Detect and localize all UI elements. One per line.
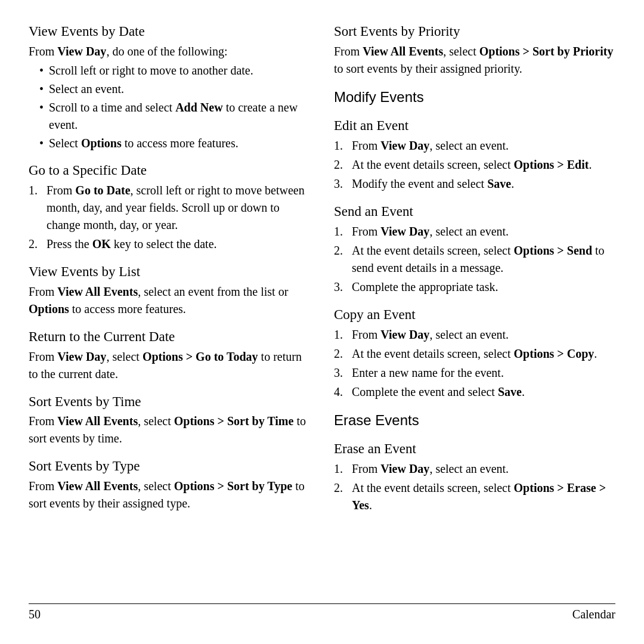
list-item: 3.Complete the appropriate task.: [334, 278, 615, 296]
section-body-view-events-date: From View Day, do one of the following:S…: [29, 43, 310, 152]
section-go-to-specific-date: Go to a Specific Date1.From Go to Date, …: [29, 162, 310, 255]
paragraph-sort-events-time: From View All Events, select Options > S…: [29, 413, 310, 447]
list-item: 1.From Go to Date, scroll left or right …: [29, 182, 310, 234]
section-intro-view-events-date: From View Day, do one of the following:: [29, 43, 310, 60]
list-item: 2.Press the OK key to select the date.: [29, 236, 310, 253]
section-erase-events: Erase Events: [334, 411, 615, 432]
section-body-return-current-date: From View Day, select Options > Go to To…: [29, 348, 310, 383]
section-body-view-events-list: From View All Events, select an event fr…: [29, 283, 310, 318]
list-number: 1.: [334, 137, 343, 154]
section-sort-events-time: Sort Events by TimeFrom View All Events,…: [29, 393, 310, 450]
list-item: Scroll to a time and select Add New to c…: [39, 99, 310, 134]
paragraph-sort-events-type: From View All Events, select Options > S…: [29, 478, 310, 512]
bullet-list-view-events-date: Scroll left or right to move to another …: [29, 62, 310, 152]
section-title-sort-events-time: Sort Events by Time: [29, 393, 310, 411]
section-modify-events: Modify Events: [334, 88, 615, 109]
paragraph-sort-events-priority: From View All Events, select Options > S…: [334, 43, 615, 78]
section-title-sort-events-type: Sort Events by Type: [29, 457, 310, 475]
list-number: 2.: [29, 236, 38, 253]
paragraph-view-events-list: From View All Events, select an event fr…: [29, 283, 310, 318]
list-item: Scroll left or right to move to another …: [39, 62, 310, 79]
right-column: Sort Events by PriorityFrom View All Eve…: [334, 23, 615, 599]
numbered-list-send-event: 1.From View Day, select an event.2.At th…: [334, 223, 615, 296]
section-edit-event: Edit an Event1.From View Day, select an …: [334, 117, 615, 194]
list-number: 2.: [334, 242, 343, 259]
numbered-list-copy-event: 1.From View Day, select an event.2.At th…: [334, 326, 615, 401]
section-title-return-current-date: Return to the Current Date: [29, 328, 310, 346]
list-number: 3.: [334, 364, 343, 382]
list-number: 2.: [334, 345, 343, 363]
section-title-view-events-list: View Events by List: [29, 263, 310, 281]
list-number: 1.: [334, 326, 343, 343]
list-item: 4.Complete the event and select Save.: [334, 383, 615, 401]
list-item: 1.From View Day, select an event.: [334, 137, 615, 154]
section-erase-event: Erase an Event1.From View Day, select an…: [334, 440, 615, 516]
section-title-go-to-specific-date: Go to a Specific Date: [29, 162, 310, 179]
list-item: 1.From View Day, select an event.: [334, 326, 615, 343]
list-item: 2.At the event details screen, select Op…: [334, 242, 615, 277]
list-item: 1.From View Day, select an event.: [334, 460, 615, 478]
section-body-sort-events-type: From View All Events, select Options > S…: [29, 478, 310, 512]
section-title-erase-events: Erase Events: [334, 411, 615, 429]
section-title-erase-event: Erase an Event: [334, 440, 615, 458]
section-title-modify-events: Modify Events: [334, 88, 615, 106]
numbered-list-erase-event: 1.From View Day, select an event.2.At th…: [334, 460, 615, 514]
section-view-events-date: View Events by DateFrom View Day, do one…: [29, 23, 310, 153]
list-item: Select Options to access more features.: [39, 135, 310, 152]
list-item: 3.Modify the event and select Save.: [334, 175, 615, 193]
list-number: 3.: [334, 278, 343, 296]
content-columns: View Events by DateFrom View Day, do one…: [29, 23, 615, 599]
list-number: 2.: [334, 156, 343, 174]
numbered-list-edit-event: 1.From View Day, select an event.2.At th…: [334, 137, 615, 193]
section-title-send-event: Send an Event: [334, 203, 615, 221]
list-item: 2.At the event details screen, select Op…: [334, 345, 615, 363]
section-body-sort-events-time: From View All Events, select Options > S…: [29, 413, 310, 447]
section-name: Calendar: [572, 608, 615, 621]
section-title-view-events-date: View Events by Date: [29, 23, 310, 41]
list-item: Select an event.: [39, 80, 310, 98]
list-number: 3.: [334, 175, 343, 193]
section-body-sort-events-priority: From View All Events, select Options > S…: [334, 43, 615, 78]
left-column: View Events by DateFrom View Day, do one…: [29, 23, 310, 599]
section-copy-event: Copy an Event1.From View Day, select an …: [334, 306, 615, 402]
section-send-event: Send an Event1.From View Day, select an …: [334, 203, 615, 298]
page-number: 50: [29, 608, 41, 621]
section-sort-events-type: Sort Events by TypeFrom View All Events,…: [29, 457, 310, 514]
page: View Events by DateFrom View Day, do one…: [0, 0, 644, 644]
section-view-events-list: View Events by ListFrom View All Events,…: [29, 263, 310, 320]
list-item: 2.At the event details screen, select Op…: [334, 156, 615, 174]
list-number: 4.: [334, 383, 343, 401]
list-item: 2.At the event details screen, select Op…: [334, 479, 615, 514]
list-item: 3.Enter a new name for the event.: [334, 364, 615, 382]
list-number: 1.: [334, 223, 343, 240]
section-return-current-date: Return to the Current DateFrom View Day,…: [29, 328, 310, 385]
section-title-sort-events-priority: Sort Events by Priority: [334, 23, 615, 41]
section-title-edit-event: Edit an Event: [334, 117, 615, 135]
list-number: 2.: [334, 479, 343, 497]
section-title-copy-event: Copy an Event: [334, 306, 615, 324]
paragraph-return-current-date: From View Day, select Options > Go to To…: [29, 348, 310, 383]
page-footer: 50 Calendar: [29, 603, 615, 621]
numbered-list-go-to-specific-date: 1.From Go to Date, scroll left or right …: [29, 182, 310, 253]
list-item: 1.From View Day, select an event.: [334, 223, 615, 240]
list-number: 1.: [29, 182, 38, 199]
section-sort-events-priority: Sort Events by PriorityFrom View All Eve…: [334, 23, 615, 79]
list-number: 1.: [334, 460, 343, 478]
